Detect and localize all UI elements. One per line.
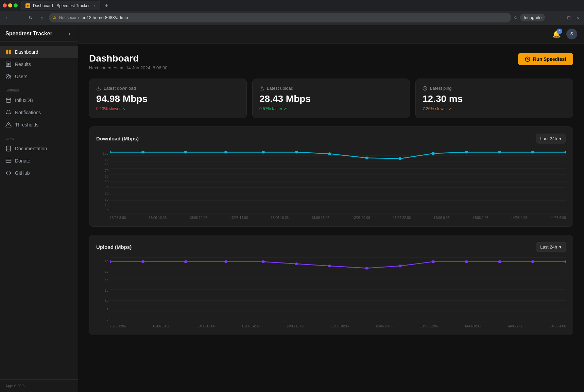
svg-point-57 [328,265,331,267]
svg-point-38 [398,157,402,160]
tab-title: Dashboard - Speedtest Tracker [33,3,90,8]
svg-point-10 [6,98,11,100]
svg-point-62 [498,260,501,263]
sidebar-item-thresholds[interactable]: Thresholds [0,119,78,131]
sidebar-item-donate[interactable]: Donate [0,155,78,167]
app-header: 🔔 0 S [78,24,584,44]
ping-label: Latest ping [430,86,452,91]
page-header: Dashboard Next speedtest at: 14 Jun 2024… [89,53,573,70]
sidebar-item-notifications-label: Notifications [15,110,41,115]
ping-value: 12.30 ms [423,93,566,104]
svg-rect-0 [6,50,8,52]
maximize-button[interactable]: □ [565,14,572,21]
download-time-range-select[interactable]: Last 24h ▾ [536,134,566,143]
github-icon [5,170,12,176]
documentation-icon [5,146,12,152]
svg-rect-13 [6,159,11,163]
sidebar-item-documentation[interactable]: Documentation [0,142,78,155]
download-chevron-icon: ▾ [559,136,562,141]
svg-point-39 [432,152,435,155]
svg-point-36 [328,152,331,155]
upload-change: 0.57% faster ↗ [259,106,403,111]
download-label: Latest download [104,86,136,91]
svg-point-56 [295,262,298,265]
nav-back-button[interactable]: ← [3,13,12,22]
browser-menu-icon[interactable]: ⋮ [547,14,553,21]
new-tab-button[interactable]: + [102,2,111,9]
svg-point-32 [184,151,187,154]
svg-point-43 [564,151,566,154]
svg-point-42 [531,151,535,154]
stat-card-ping: Latest ping 12.30 ms 7.26% slower ↗ [415,79,573,118]
upload-arrow-icon: ↗ [284,106,287,111]
address-bar[interactable]: ⚠ Not secure eq12.home:8083/admin [49,13,511,22]
upload-time-range-select[interactable]: Last 24h ▾ [536,242,566,252]
settings-chevron-icon: ^ [71,88,72,92]
svg-point-53 [184,260,187,263]
download-chart-title: Download (Mbps) [96,136,139,141]
upload-time-range-label: Last 24h [540,244,557,250]
incognito-label: Incognito [523,15,542,20]
thresholds-icon [5,122,12,128]
download-time-range-label: Last 24h [540,136,557,141]
sidebar-item-users[interactable]: Users [0,70,78,83]
notifications-button[interactable]: 🔔 0 [551,29,562,39]
download-change: 0.13% slower ↘ [96,106,240,111]
download-x-axis: 13/06 8:06 13/06 10:06 13/06 12:06 13/06… [110,215,566,220]
svg-point-37 [365,157,369,159]
browser-tab[interactable]: S Dashboard - Speedtest Tracker × [21,1,100,10]
sidebar-item-dashboard-label: Dashboard [15,49,38,55]
sidebar-item-users-label: Users [15,74,28,79]
sidebar-item-notifications[interactable]: Notifications [0,106,78,119]
svg-point-60 [432,260,435,263]
upload-value: 28.43 Mbps [259,93,403,104]
svg-point-61 [465,260,468,263]
sidebar-item-results-label: Results [15,62,31,67]
nav-home-button[interactable]: ⌂ [37,13,47,22]
sidebar-item-github[interactable]: GitHub [0,167,78,179]
upload-chart-card: Upload (Mbps) Last 24h ▾ 302520151050 [89,235,573,335]
download-chart-wrapper: 1009080706050403020100 [96,149,566,220]
influxdb-icon [5,97,12,103]
ping-arrow-icon: ↗ [448,106,452,111]
upload-chart-svg [110,257,566,322]
upload-chart-title: Upload (Mbps) [96,244,132,250]
svg-point-35 [295,151,298,154]
donate-icon [5,158,12,164]
run-speedtest-button[interactable]: Run Speedtest [518,53,573,65]
stat-card-upload: Latest upload 28.43 Mbps 0.57% faster ↗ [252,79,410,118]
sidebar-item-influxdb[interactable]: InfluxDB [0,94,78,106]
close-button[interactable]: × [574,14,581,21]
stats-grid: Latest download 94.98 Mbps 0.13% slower … [89,79,573,118]
svg-point-59 [398,265,402,267]
security-warning-icon: ⚠ [53,15,56,20]
download-y-axis: 1009080706050403020100 [96,149,110,220]
sidebar-item-dashboard[interactable]: Dashboard [0,46,78,58]
user-avatar[interactable]: S [566,29,577,39]
svg-point-8 [7,74,9,76]
download-stat-icon [96,86,101,91]
upload-chart-wrapper: 302520151050 [96,257,566,328]
incognito-button[interactable]: Incognito [520,14,545,21]
nav-forward-button[interactable]: → [14,13,24,22]
notifications-icon [5,109,12,116]
minimize-button[interactable]: − [556,14,563,21]
sidebar-collapse-button[interactable]: ‹ [67,30,72,37]
sidebar-item-results[interactable]: Results [0,58,78,70]
page-title: Dashboard [89,53,168,64]
svg-point-52 [141,260,145,263]
svg-point-40 [465,151,468,154]
close-tab-icon[interactable]: × [94,4,96,7]
nav-refresh-button[interactable]: ↻ [26,13,35,22]
bookmark-icon[interactable]: ☆ [513,14,518,21]
svg-point-51 [110,260,111,263]
svg-rect-3 [9,52,11,54]
upload-x-axis: 13/06 8:06 13/06 10:06 13/06 12:06 13/06… [110,323,566,328]
svg-point-58 [365,267,369,270]
svg-point-34 [262,151,265,154]
address-url: eq12.home:8083/admin [82,15,128,20]
dashboard-icon [5,49,12,55]
download-chart-svg [110,149,566,214]
sidebar-item-github-label: GitHub [15,170,30,176]
notification-badge: 0 [557,29,562,34]
